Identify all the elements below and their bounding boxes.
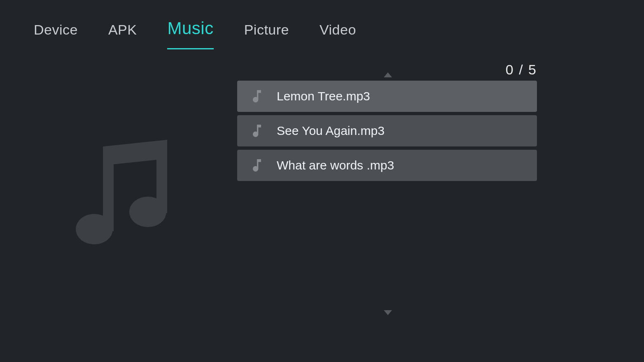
item-counter: 0 / 5 (506, 62, 537, 78)
tab-video[interactable]: Video (320, 22, 356, 49)
music-icon (249, 157, 265, 174)
music-icon-large (129, 197, 166, 227)
music-icon (249, 88, 265, 104)
scroll-down-icon[interactable] (384, 309, 392, 317)
svg-marker-5 (384, 72, 392, 77)
svg-marker-6 (384, 310, 392, 315)
tab-picture[interactable]: Picture (244, 22, 289, 49)
list-item[interactable]: Lemon Tree.mp3 (237, 81, 537, 112)
file-name: What are words .mp3 (277, 158, 394, 172)
file-name: Lemon Tree.mp3 (277, 89, 370, 103)
file-list: Lemon Tree.mp3 See You Again.mp3 What ar… (237, 81, 537, 184)
tab-bar: Device APK Music Picture Video (0, 0, 644, 49)
music-icon-large (76, 214, 113, 244)
file-name: See You Again.mp3 (277, 124, 385, 138)
scroll-up-icon[interactable] (384, 71, 392, 79)
list-item[interactable]: See You Again.mp3 (237, 115, 537, 146)
tab-apk[interactable]: APK (108, 22, 137, 49)
tab-device[interactable]: Device (34, 22, 78, 49)
tab-music[interactable]: Music (167, 19, 213, 49)
list-item[interactable]: What are words .mp3 (237, 150, 537, 181)
music-icon (249, 123, 265, 139)
